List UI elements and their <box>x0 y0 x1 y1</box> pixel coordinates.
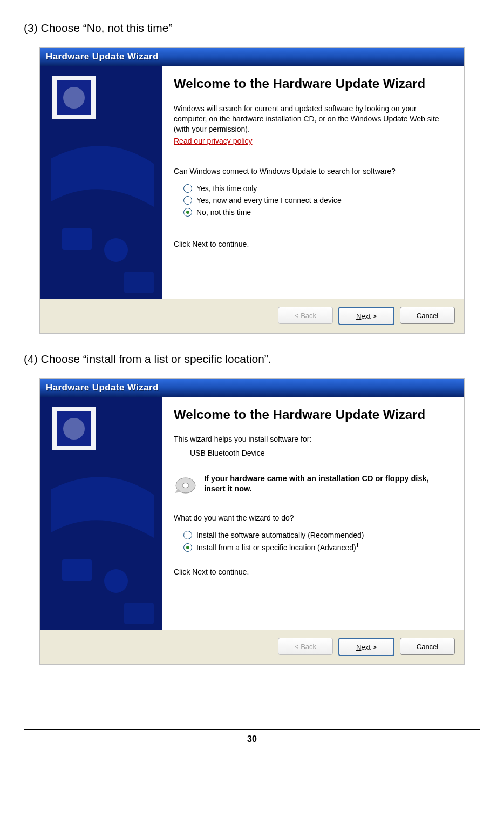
radio-label: Yes, this time only <box>196 184 257 193</box>
svg-rect-11 <box>62 559 92 581</box>
radio-option-yes-always[interactable]: Yes, now and every time I connect a devi… <box>183 196 452 205</box>
dialog-footer: < Back Next > Cancel <box>40 630 464 664</box>
radio-label: Install from a list or specific location… <box>195 543 358 552</box>
radio-group-windows-update: Yes, this time only Yes, now and every t… <box>183 184 452 217</box>
svg-point-5 <box>104 238 128 262</box>
radio-option-yes-once[interactable]: Yes, this time only <box>183 184 452 193</box>
radio-option-specific-location[interactable]: Install from a list or specific location… <box>183 543 452 552</box>
back-button: < Back <box>278 638 333 655</box>
dialog-footer: < Back Next > Cancel <box>40 299 464 333</box>
svg-rect-6 <box>124 272 154 293</box>
titlebar: Hardware Update Wizard <box>40 379 464 397</box>
radio-option-no[interactable]: No, not this time <box>183 208 452 217</box>
radio-icon <box>183 196 192 205</box>
titlebar: Hardware Update Wizard <box>40 48 464 66</box>
svg-point-10 <box>63 418 85 440</box>
cancel-button[interactable]: Cancel <box>400 307 455 324</box>
radio-group-install-method: Install the software automatically (Reco… <box>183 531 452 552</box>
wizard-question: What do you want the wizard to do? <box>174 514 452 522</box>
cancel-button[interactable]: Cancel <box>400 638 455 655</box>
svg-point-12 <box>104 569 128 593</box>
wizard-heading: Welcome to the Hardware Update Wizard <box>174 407 452 423</box>
dialog-hardware-update-2: Hardware Update Wizard Welcome to the Ha… <box>40 379 464 664</box>
wizard-description: Windows will search for current and upda… <box>174 104 452 134</box>
device-name: USB Bluetooth Device <box>190 449 452 457</box>
next-button[interactable]: Next > <box>338 638 394 656</box>
wizard-question: Can Windows connect to Windows Update to… <box>174 167 452 175</box>
radio-label: Install the software automatically (Reco… <box>196 531 364 539</box>
next-button[interactable]: Next > <box>338 307 394 325</box>
cd-disk-icon <box>174 474 197 495</box>
dialog-hardware-update-1: Hardware Update Wizard Welcome to the Ha… <box>40 48 464 333</box>
svg-point-15 <box>182 483 189 488</box>
wizard-heading: Welcome to the Hardware Update Wizard <box>174 76 452 92</box>
privacy-policy-link[interactable]: Read our privacy policy <box>174 137 253 145</box>
step3-instruction: (3) Choose “No, not this time” <box>24 22 480 35</box>
radio-icon <box>183 531 192 539</box>
wizard-sidebar-art <box>40 397 162 630</box>
wizard-sidebar-art <box>40 66 162 299</box>
radio-icon <box>183 208 192 217</box>
radio-label: No, not this time <box>196 208 251 217</box>
radio-icon <box>183 184 192 193</box>
radio-icon <box>183 543 192 552</box>
step4-instruction: (4) Choose “install from a list or speci… <box>24 353 480 366</box>
continue-hint: Click Next to continue. <box>174 568 452 576</box>
cd-hint-text: If your hardware came with an installati… <box>204 474 452 494</box>
wizard-helps-text: This wizard helps you install software f… <box>174 435 452 443</box>
svg-point-3 <box>63 87 85 109</box>
back-button: < Back <box>278 307 333 324</box>
svg-rect-4 <box>62 228 92 250</box>
page-number: 30 <box>24 729 480 744</box>
radio-label: Yes, now and every time I connect a devi… <box>196 196 342 205</box>
radio-option-auto[interactable]: Install the software automatically (Reco… <box>183 531 452 539</box>
continue-hint: Click Next to continue. <box>174 240 452 248</box>
svg-rect-13 <box>124 603 154 624</box>
